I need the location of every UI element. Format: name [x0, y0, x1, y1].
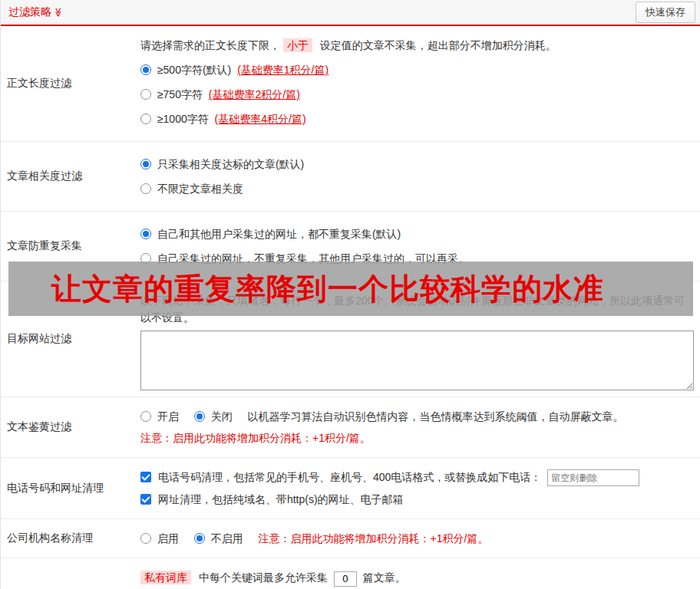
row-relevance-filter: 文章相关度过滤 只采集相关度达标的文章(默认) 不限定文章相关度 [1, 142, 700, 212]
radio-option-750-chars[interactable]: ≥750字符 (基础费率2积分/篇) [140, 86, 694, 103]
porn-filter-desc: 以机器学习算法自动识别色情内容，当色情概率达到系统阈值，自动屏蔽文章。 [248, 410, 624, 423]
checkbox-option-phone-clean[interactable]: 电话号码清理，包括常见的手机号、座机号、400电话格式，或替换成如下电话： [140, 471, 544, 483]
option-text: 启用 [157, 532, 179, 545]
porn-filter-options-line: 开启 关闭 以机器学习算法自动识别色情内容，当色情概率达到系统阈值，自动屏蔽文章… [140, 408, 694, 425]
keyword-count-input[interactable] [334, 571, 357, 587]
option-text: ≥500字符(默认) [157, 64, 231, 76]
phone-url-clean-content: 电话号码清理，包括常见的手机号、座机号、400电话格式，或替换成如下电话： 网址… [140, 458, 700, 518]
lessthan-highlight: 小于 [283, 38, 312, 52]
radio-unchecked-icon[interactable] [140, 183, 151, 194]
relevance-filter-content: 只采集相关度达标的文章(默认) 不限定文章相关度 [140, 142, 700, 211]
option-text: 只采集相关度达标的文章(默认) [157, 158, 304, 170]
row-length-filter: 正文长度过滤 请选择需求的正文长度下限， 小于 设定值的文章不采集，超出部分不增… [1, 26, 700, 142]
option-text: 不限定文章相关度 [157, 183, 243, 195]
option-fee-text: (基础费率2积分/篇) [209, 88, 300, 100]
private-lexicon-highlight: 私有词库 [140, 571, 191, 584]
radio-checked-icon[interactable] [194, 533, 205, 544]
radio-unchecked-icon[interactable] [140, 533, 151, 544]
radio-option-relevant-only[interactable]: 只采集相关度达标的文章(默认) [140, 156, 694, 173]
page-title[interactable]: 过滤策略 ≫ [8, 5, 64, 19]
page-title-text: 过滤策略 [8, 5, 51, 19]
row-keyword-dedup: 关键词防重复采集 私有词库 中每个关键词最多允许采集 篇文章。 如果留空或设为0… [1, 558, 700, 589]
row-label-phone-url-clean: 电话号码和网址清理 [1, 458, 140, 518]
row-label-length-filter: 正文长度过滤 [1, 26, 140, 141]
keyword-dedup-line1: 私有词库 中每个关键词最多允许采集 篇文章。 [140, 569, 694, 586]
topbar: 过滤策略 ≫ 快速保存 [1, 0, 700, 26]
promo-overlay-banner: 让文章的重复率降到一个比较科学的水准 [8, 262, 693, 316]
blocked-sites-textarea[interactable] [140, 331, 694, 390]
checkbox-checked-icon[interactable] [140, 494, 151, 505]
option-text: 不启用 [211, 532, 243, 545]
radio-unchecked-icon[interactable] [140, 411, 151, 422]
radio-option-500-chars[interactable]: ≥500字符(默认) (基础费率1积分/篇) [140, 61, 694, 78]
length-filter-intro: 请选择需求的正文长度下限， 小于 设定值的文章不采集，超出部分不增加积分消耗。 [140, 37, 694, 54]
option-text: ≥750字符 [157, 88, 203, 100]
promo-overlay-text: 让文章的重复率降到一个比较科学的水准 [51, 268, 604, 310]
radio-option-porn-off[interactable]: 关闭 [194, 410, 236, 423]
option-fee-text: (基础费率1积分/篇) [237, 64, 329, 76]
row-label-relevance-filter: 文章相关度过滤 [1, 142, 140, 211]
checkbox-checked-icon[interactable] [140, 472, 151, 482]
radio-option-no-relevance-limit[interactable]: 不限定文章相关度 [140, 180, 694, 197]
option-text: 网址清理，包括纯域名、带http(s)的网址、电子邮箱 [158, 493, 404, 505]
row-label-porn-filter: 文本鉴黄过滤 [1, 397, 140, 457]
option-text: 自己和其他用户采集过的网址，都不重复采集(默认) [157, 228, 401, 240]
url-clean-line: 网址清理，包括纯域名、带http(s)的网址、电子邮箱 [140, 491, 694, 508]
chevron-down-icon: ≫ [53, 8, 64, 18]
phone-replace-input[interactable] [547, 469, 639, 486]
porn-filter-note: 注意：启用此功能将增加积分消耗：+1积分/篇。 [140, 429, 694, 446]
radio-checked-icon[interactable] [140, 229, 151, 239]
company-clean-options-line: 启用 不启用 注意：启用此功能将增加积分消耗：+1积分/篇。 [140, 530, 694, 547]
radio-unchecked-icon[interactable] [140, 89, 151, 100]
option-text: ≥1000字符 [157, 113, 209, 125]
option-text: 开启 [157, 410, 179, 423]
radio-option-company-off[interactable]: 不启用 [194, 532, 246, 545]
line1-text: 中每个关键词最多允许采集 [199, 571, 328, 584]
keyword-dedup-content: 私有词库 中每个关键词最多允许采集 篇文章。 如果留空或设为0，则不限篇数。 如… [140, 558, 700, 589]
company-clean-content: 启用 不启用 注意：启用此功能将增加积分消耗：+1积分/篇。 [140, 519, 700, 558]
radio-option-dedup-all-users[interactable]: 自己和其他用户采集过的网址，都不重复采集(默认) [140, 225, 694, 242]
radio-option-company-on[interactable]: 启用 [140, 532, 182, 545]
checkbox-option-url-clean[interactable]: 网址清理，包括纯域名、带http(s)的网址、电子邮箱 [140, 493, 404, 505]
row-label-keyword-dedup: 关键词防重复采集 [1, 558, 140, 589]
radio-unchecked-icon[interactable] [140, 114, 151, 124]
phone-clean-line: 电话号码清理，包括常见的手机号、座机号、400电话格式，或替换成如下电话： [140, 469, 694, 486]
radio-option-porn-on[interactable]: 开启 [140, 410, 182, 423]
row-phone-url-clean: 电话号码和网址清理 电话号码清理，包括常见的手机号、座机号、400电话格式，或替… [1, 458, 700, 519]
row-company-clean: 公司机构名称清理 启用 不启用 注意：启用此功能将增加积分消耗：+1积分/篇。 [1, 519, 700, 558]
company-clean-note: 注意：启用此功能将增加积分消耗：+1积分/篇。 [259, 532, 489, 545]
option-fee-text: (基础费率4积分/篇) [215, 113, 306, 125]
row-porn-filter: 文本鉴黄过滤 开启 关闭 以机器学习算法自动识别色情内容，当色情概率达到系统阈值… [1, 397, 700, 458]
radio-checked-icon[interactable] [140, 64, 151, 75]
filter-strategy-page: 过滤策略 ≫ 快速保存 正文长度过滤 请选择需求的正文长度下限， 小于 设定值的… [0, 0, 700, 589]
option-text: 关闭 [211, 410, 233, 423]
quick-save-button[interactable]: 快速保存 [636, 2, 695, 23]
radio-option-1000-chars[interactable]: ≥1000字符 (基础费率4积分/篇) [140, 110, 694, 127]
option-text: 电话号码清理，包括常见的手机号、座机号、400电话格式，或替换成如下电话： [158, 471, 541, 483]
intro-text-after: 设定值的文章不采集，超出部分不增加积分消耗。 [320, 39, 556, 51]
radio-checked-icon[interactable] [194, 411, 205, 422]
length-filter-content: 请选择需求的正文长度下限， 小于 设定值的文章不采集，超出部分不增加积分消耗。 … [140, 26, 700, 141]
row-label-company-clean: 公司机构名称清理 [1, 519, 140, 558]
intro-text-before: 请选择需求的正文长度下限， [140, 39, 280, 51]
radio-checked-icon[interactable] [140, 159, 151, 169]
porn-filter-content: 开启 关闭 以机器学习算法自动识别色情内容，当色情概率达到系统阈值，自动屏蔽文章… [140, 397, 700, 457]
line1-text-after: 篇文章。 [363, 571, 406, 584]
